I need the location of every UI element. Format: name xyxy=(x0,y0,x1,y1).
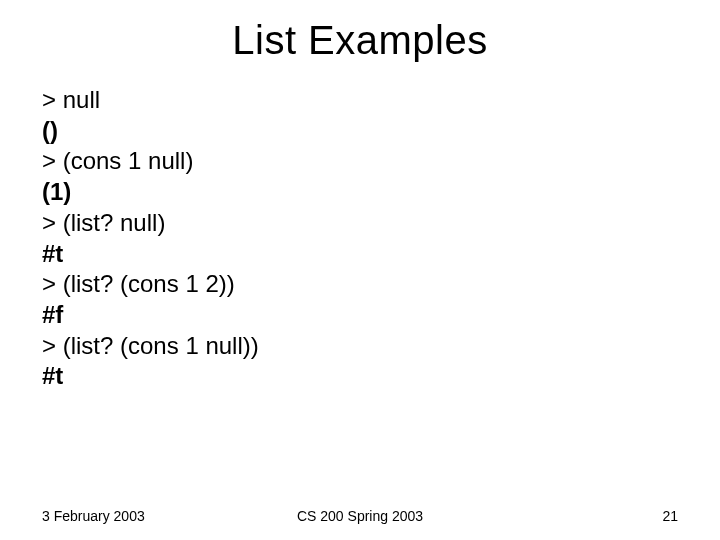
code-block: > null () > (cons 1 null) (1) > (list? n… xyxy=(42,85,678,392)
code-output: #t xyxy=(42,361,678,392)
code-line: > (cons 1 null) xyxy=(42,146,678,177)
code-output: #t xyxy=(42,239,678,270)
footer-page: 21 xyxy=(662,508,678,524)
code-output: () xyxy=(42,116,678,147)
code-line: > null xyxy=(42,85,678,116)
code-output: (1) xyxy=(42,177,678,208)
footer-course: CS 200 Spring 2003 xyxy=(297,508,423,524)
slide-title: List Examples xyxy=(42,18,678,63)
footer: 3 February 2003 CS 200 Spring 2003 21 xyxy=(0,508,720,524)
code-line: > (list? (cons 1 2)) xyxy=(42,269,678,300)
code-line: > (list? null) xyxy=(42,208,678,239)
slide: List Examples > null () > (cons 1 null) … xyxy=(0,0,720,540)
code-line: > (list? (cons 1 null)) xyxy=(42,331,678,362)
footer-date: 3 February 2003 xyxy=(42,508,145,524)
code-output: #f xyxy=(42,300,678,331)
